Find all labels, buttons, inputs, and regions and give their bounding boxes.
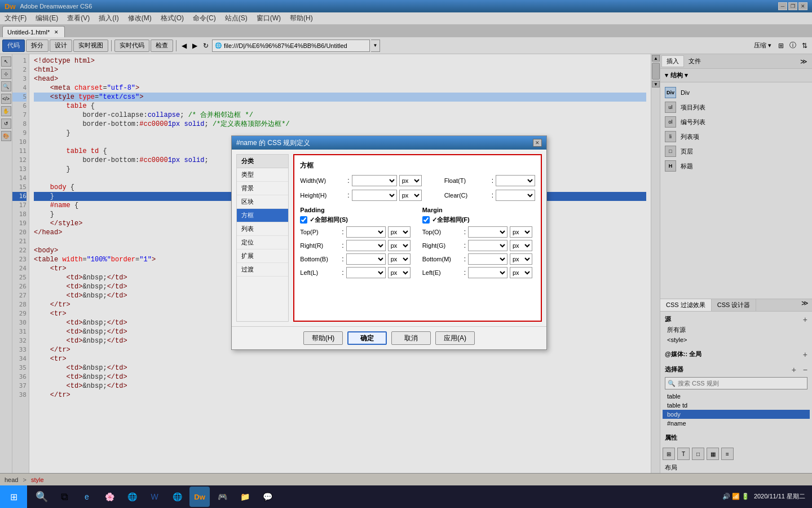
wh-float-row: Width(W) : px Float(T) : (300, 175, 535, 186)
colon-4: : (492, 191, 493, 199)
margin-top-unit[interactable]: px (510, 226, 532, 238)
margin-left-value[interactable] (468, 267, 508, 278)
margin-label: Margin (422, 207, 535, 213)
colon-11: : (464, 255, 466, 263)
colon-1: : (347, 177, 349, 185)
dialog-content-area: 方框 Width(W) : px Float(T) : (293, 154, 542, 322)
category-extend[interactable]: 扩展 (237, 249, 288, 263)
margin-top-value[interactable] (468, 226, 508, 238)
margin-bottom-value[interactable] (468, 253, 508, 265)
taskbar-dw[interactable]: Dw (189, 487, 210, 507)
taskbar-word[interactable]: W (144, 487, 165, 507)
padding-bottom-value[interactable] (346, 253, 386, 265)
dialog-footer: 帮助(H) 确定 取消 应用(A) (232, 326, 546, 349)
margin-bottom-label: Bottom(M) (422, 256, 462, 262)
taskbar-chrome[interactable]: 🌐 (122, 487, 142, 507)
taskbar-right: 🔊 📶 🔋 2020/11/11 星期二 (716, 492, 812, 501)
float-label: Float(T) (444, 177, 489, 184)
padding-same-row: ✓全部相同(S) (300, 216, 413, 224)
category-transition[interactable]: 过渡 (237, 263, 288, 277)
taskbar-dophin[interactable]: 🌸 (99, 487, 120, 507)
taskbar-wechat[interactable]: 💬 (257, 487, 277, 507)
height-label: Height(H) (300, 192, 345, 199)
taskbar-ie[interactable]: 🌐 (167, 487, 187, 507)
clear-label: Clear(C) (444, 192, 489, 199)
height-field-group: Height(H) : px (300, 190, 421, 201)
category-box[interactable]: 方框 (237, 209, 288, 222)
colon-9: : (464, 228, 466, 236)
cancel-button[interactable]: 取消 (391, 331, 431, 345)
dialog-body: 分类 类型 背景 区块 方框 列表 定位 扩展 过渡 方框 Wi (232, 150, 546, 326)
colon-8: : (342, 269, 343, 277)
padding-bottom-label: Bottom(B) (300, 256, 339, 262)
category-block[interactable]: 区块 (237, 195, 288, 209)
clear-field-group: Clear(C) : (444, 190, 535, 201)
apply-button[interactable]: 应用(A) (435, 331, 475, 345)
padding-right-value[interactable] (346, 240, 386, 251)
margin-left-label: Left(E) (422, 269, 462, 276)
margin-same-checkbox[interactable] (422, 216, 430, 224)
padding-top-row: Top(P) : px (300, 226, 413, 238)
clear-value-select[interactable] (496, 190, 535, 201)
margin-top-label: Top(O) (422, 229, 462, 235)
category-type[interactable]: 类型 (237, 168, 288, 182)
margin-right-unit[interactable]: px (510, 240, 532, 251)
padding-left-row: Left(L) : px (300, 267, 413, 278)
padding-bottom-unit[interactable]: px (388, 253, 411, 265)
padding-top-unit[interactable]: px (388, 226, 411, 238)
colon-5: : (342, 228, 343, 236)
taskbar: ⊞ 🔍 ⧉ e 🌸 🌐 W 🌐 Dw 🎮 📁 💬 🔊 📶 🔋 2020/11/1… (0, 485, 812, 508)
taskbar-edge[interactable]: e (77, 487, 97, 507)
margin-right-value[interactable] (468, 240, 508, 251)
margin-same-label: ✓全部相同(F) (432, 216, 470, 224)
category-position[interactable]: 定位 (237, 236, 288, 249)
padding-bottom-row: Bottom(B) : px (300, 253, 413, 265)
category-background[interactable]: 背景 (237, 182, 288, 195)
colon-10: : (464, 242, 466, 249)
height-clear-row: Height(H) : px Clear(C) : (300, 190, 535, 201)
taskbar-sys-icons: 🔊 📶 🔋 (722, 493, 749, 500)
dialog-close-button[interactable]: ✕ (533, 139, 542, 147)
help-button[interactable]: 帮助(H) (303, 331, 343, 345)
margin-left-row: Left(E) : px (422, 267, 535, 278)
margin-right-row: Right(G) : px (422, 240, 535, 251)
height-unit-select[interactable]: px (399, 190, 422, 201)
padding-top-label: Top(P) (300, 229, 339, 235)
padding-margin-section: Padding ✓全部相同(S) Top(P) : px (300, 207, 535, 281)
padding-left-unit[interactable]: px (388, 267, 411, 278)
css-rule-dialog: #name 的 CSS 规则定义 ✕ 分类 类型 背景 区块 方框 列表 定位 … (231, 135, 547, 350)
colon-6: : (342, 242, 343, 249)
colon-12: : (464, 269, 466, 277)
margin-left-unit[interactable]: px (510, 267, 532, 278)
margin-section: Margin ✓全部相同(F) Top(O) : px (422, 207, 535, 281)
box-section-title: 方框 (300, 161, 535, 170)
padding-section: Padding ✓全部相同(S) Top(P) : px (300, 207, 413, 281)
margin-same-row: ✓全部相同(F) (422, 216, 535, 224)
height-value-select[interactable] (352, 190, 397, 201)
padding-left-value[interactable] (346, 267, 386, 278)
taskbar-explorer[interactable]: 📁 (235, 487, 255, 507)
dialog-sidebar: 分类 类型 背景 区块 方框 列表 定位 扩展 过渡 (236, 154, 289, 322)
taskbar-task-view[interactable]: ⧉ (54, 487, 74, 507)
padding-same-checkbox[interactable] (300, 216, 307, 224)
padding-same-label: ✓全部相同(S) (310, 216, 348, 224)
margin-right-label: Right(G) (422, 242, 462, 249)
category-list[interactable]: 列表 (237, 222, 288, 236)
margin-bottom-row: Bottom(M) : px (422, 253, 535, 265)
float-value-select[interactable] (496, 175, 535, 186)
padding-top-value[interactable] (346, 226, 386, 238)
margin-bottom-unit[interactable]: px (510, 253, 532, 265)
margin-top-row: Top(O) : px (422, 226, 535, 238)
float-field-group: Float(T) : (444, 175, 535, 186)
padding-left-label: Left(L) (300, 269, 339, 276)
padding-right-row: Right(R) : px (300, 240, 413, 251)
width-value-select[interactable] (352, 175, 397, 186)
colon-2: : (492, 177, 493, 185)
width-unit-select[interactable]: px (399, 175, 422, 186)
ok-button[interactable]: 确定 (347, 331, 387, 345)
taskbar-game[interactable]: 🎮 (212, 487, 232, 507)
start-button[interactable]: ⊞ (0, 485, 27, 508)
taskbar-search[interactable]: 🔍 (32, 487, 52, 507)
padding-right-unit[interactable]: px (388, 240, 411, 251)
width-label: Width(W) (300, 177, 345, 184)
